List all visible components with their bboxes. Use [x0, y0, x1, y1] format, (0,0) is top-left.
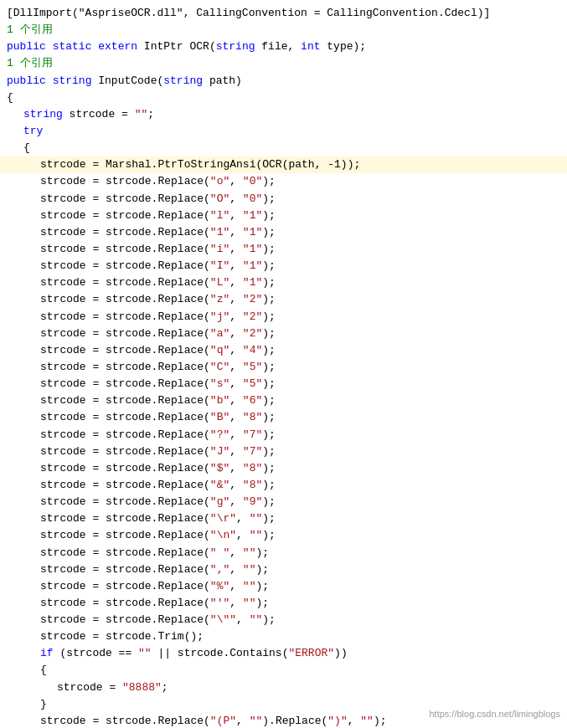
code-line: strcode = strcode.Replace("b", "6");: [0, 392, 567, 409]
code-line: strcode = strcode.Replace("?", "7");: [0, 427, 567, 443]
code-line: strcode = strcode.Replace("'", "");: [0, 595, 567, 612]
code-line: {: [0, 90, 567, 106]
code-line: strcode = strcode.Replace("\r", "");: [0, 510, 567, 527]
code-line: strcode = strcode.Replace("O", "0");: [0, 191, 567, 208]
code-line: public static extern IntPtr OCR(string f…: [0, 38, 567, 55]
code-line: strcode = strcode.Replace("B", "8");: [0, 409, 567, 426]
code-line: strcode = strcode.Trim();: [0, 628, 567, 645]
code-line: strcode = strcode.Replace("q", "4");: [0, 342, 567, 359]
code-line: strcode = strcode.Replace("j", "2");: [0, 309, 567, 326]
code-line: strcode = strcode.Replace("i", "1");: [0, 241, 567, 258]
code-line: strcode = strcode.Replace(" ", "");: [0, 545, 567, 561]
code-editor: [DllImport("AspriseOCR.dll", CallingConv…: [0, 0, 567, 728]
code-line: strcode = strcode.Replace("a", "2");: [0, 326, 567, 342]
code-line: {: [0, 662, 567, 679]
code-line: strcode = strcode.Replace("1", "1");: [0, 224, 567, 241]
code-line: string strcode = "";: [0, 106, 567, 123]
code-line: strcode = "8888";: [0, 679, 567, 696]
code-line: strcode = strcode.Replace("I", "1");: [0, 258, 567, 274]
code-line: strcode = strcode.Replace("%", "");: [0, 578, 567, 595]
code-line: [DllImport("AspriseOCR.dll", CallingConv…: [0, 5, 567, 22]
code-line: strcode = strcode.Replace(",", "");: [0, 561, 567, 578]
code-line: try: [0, 123, 567, 140]
code-line: 1 个引用: [0, 22, 567, 38]
code-line: strcode = strcode.Replace("z", "2");: [0, 291, 567, 308]
code-line: 1 个引用: [0, 55, 567, 72]
code-line: strcode = strcode.Replace("\n", "");: [0, 527, 567, 544]
code-line: strcode = strcode.Replace("L", "1");: [0, 274, 567, 291]
code-line: strcode = strcode.Replace("l", "1");: [0, 208, 567, 224]
code-line: if (strcode == "" || strcode.Contains("E…: [0, 645, 567, 662]
code-line: strcode = strcode.Replace("$", "8");: [0, 460, 567, 477]
code-line: strcode = strcode.Replace("o", "0");: [0, 173, 567, 190]
code-line: strcode = strcode.Replace("&", "8");: [0, 477, 567, 494]
code-line: strcode = strcode.Replace("\"", "");: [0, 612, 567, 628]
code-line: strcode = strcode.Replace("s", "5");: [0, 376, 567, 392]
watermark: https://blog.csdn.net/limingblogs: [429, 707, 560, 721]
code-line: strcode = Marshal.PtrToStringAnsi(OCR(pa…: [0, 156, 567, 173]
code-line: public string InputCode(string path): [0, 73, 567, 90]
code-line: {: [0, 140, 567, 156]
code-line: strcode = strcode.Replace("C", "5");: [0, 359, 567, 376]
code-line: strcode = strcode.Replace("g", "9");: [0, 494, 567, 510]
code-line: strcode = strcode.Replace("J", "7");: [0, 443, 567, 460]
